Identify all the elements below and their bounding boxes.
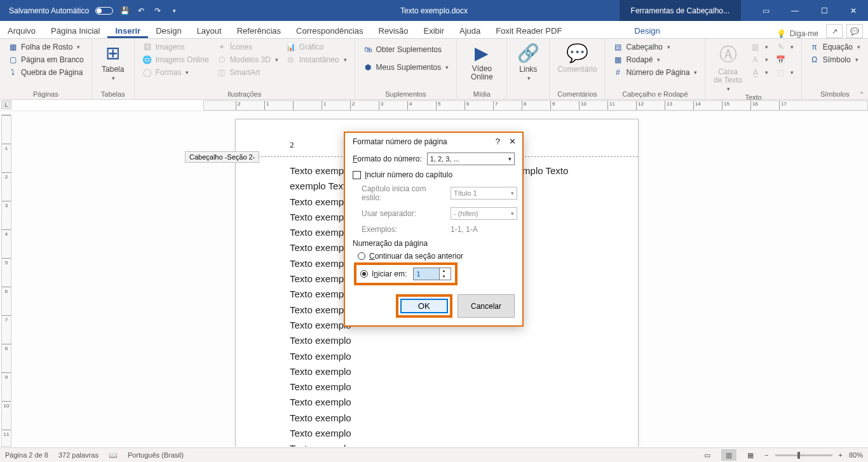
zoom-slider[interactable] — [775, 454, 832, 456]
ruler-area: L 21 1234 5678 9101112 13141516 17 — [0, 100, 868, 111]
pictures-button[interactable]: 🖼Imagens — [140, 41, 212, 53]
number-format-select[interactable]: 1, 2, 3, ... ▾ — [427, 153, 515, 165]
number-format-label: FFormato do número:ormato do número: — [353, 154, 422, 163]
3d-models-button[interactable]: ⬡Modelos 3D▾ — [214, 54, 281, 65]
maximize-icon[interactable]: ☐ — [810, 0, 839, 21]
equation-icon: π — [810, 42, 820, 52]
minimize-icon[interactable]: — — [780, 0, 810, 21]
tab-file[interactable]: Arquivo — [0, 26, 43, 38]
shapes-button[interactable]: ◯Formas▾ — [140, 67, 212, 78]
language-indicator[interactable]: Português (Brasil) — [128, 451, 184, 459]
autosave-toggle[interactable] — [95, 7, 113, 15]
vertical-ruler[interactable]: 123 4567 891011 1213 — [1, 114, 11, 447]
page-break-button[interactable]: ⤵Quebra de Página — [5, 67, 86, 78]
online-video-button[interactable]: ▶ Vídeo Online — [462, 41, 501, 83]
tab-references[interactable]: Referências — [229, 26, 288, 38]
tab-insert[interactable]: Inserir — [107, 26, 148, 38]
zoom-in-button[interactable]: + — [839, 451, 843, 459]
group-symbols-title: Símbolos — [807, 90, 863, 99]
zoom-out-button[interactable]: − — [764, 451, 768, 459]
cancel-button[interactable]: Cancelar — [458, 294, 515, 318]
group-addins: 🛍Obter Suplementos ⬢Meus Suplementos▾ Su… — [355, 39, 458, 99]
tab-view[interactable]: Exibir — [416, 26, 452, 38]
ribbon-tabs: Arquivo Página Inicial Inserir Design La… — [0, 21, 868, 39]
dialog-title-label: Formatar número de página — [353, 137, 447, 146]
dropcap-button[interactable]: A̲▾ — [748, 67, 771, 78]
focus-view-button[interactable]: ▭ — [700, 449, 715, 461]
include-chapter-checkbox[interactable]: Incluir número do capítulo — [353, 170, 515, 179]
online-pictures-button[interactable]: 🌐Imagens Online — [140, 54, 212, 65]
start-at-radio[interactable]: Iniciar em: — [360, 269, 407, 278]
get-addins-button[interactable]: 🛍Obter Suplementos — [360, 44, 452, 55]
qat-dropdown-icon[interactable]: ▾ — [169, 6, 179, 16]
context-tab-label[interactable]: Ferramentas de Cabeçalho... — [620, 0, 741, 21]
close-icon[interactable]: ✕ — [839, 0, 868, 21]
zoom-level[interactable]: 80% — [849, 451, 863, 459]
start-at-spinner[interactable]: ▲ ▼ — [413, 268, 451, 280]
ribbon: ▦Folha de Rosto▾ ▢Página em Branco ⤵Queb… — [0, 39, 868, 100]
undo-icon[interactable]: ↶ — [136, 6, 146, 16]
header-icon: ▤ — [613, 42, 623, 52]
quickparts-button[interactable]: ▥▾ — [748, 41, 771, 53]
blank-page-button[interactable]: ▢Página em Branco — [5, 54, 86, 65]
tell-me-search[interactable]: 💡 Diga-me — [776, 29, 818, 38]
page-icon: ▦ — [8, 42, 18, 52]
video-icon: ▶ — [475, 43, 489, 64]
header-section-tag: Cabeçalho -Seção 2- — [185, 151, 259, 163]
page-number-field[interactable]: 2 — [290, 140, 294, 149]
wordart-button[interactable]: A▾ — [748, 54, 771, 65]
datetime-button[interactable]: 📅 — [773, 54, 796, 65]
ruler-corner[interactable]: L — [1, 100, 11, 109]
page-indicator[interactable]: Página 2 de 8 — [5, 451, 48, 459]
continue-radio[interactable]: Continuar da seção anterior — [358, 252, 515, 261]
share-button[interactable]: ↗ — [826, 24, 843, 38]
comment-button[interactable]: 💬 Comentário — [555, 41, 599, 75]
start-at-input[interactable] — [414, 268, 439, 280]
page-number-button[interactable]: #Número de Página▾ — [610, 67, 700, 78]
tab-home[interactable]: Página Inicial — [43, 26, 107, 38]
smartart-button[interactable]: ◫SmartArt — [214, 67, 281, 78]
equation-button[interactable]: πEquação▾ — [807, 41, 863, 53]
group-tables: ⊞ Tabela▾ Tabelas — [92, 39, 135, 99]
word-count[interactable]: 372 palavras — [58, 451, 98, 459]
comments-pane-button[interactable]: 💬 — [846, 24, 863, 38]
save-icon[interactable]: 💾 — [119, 6, 130, 16]
object-button[interactable]: ⬚▾ — [773, 67, 796, 78]
redo-icon[interactable]: ↷ — [153, 6, 163, 16]
spinner-down-icon[interactable]: ▼ — [440, 274, 447, 280]
group-media-title: Mídia — [462, 90, 501, 99]
print-layout-button[interactable]: ▥ — [721, 449, 736, 461]
tab-help[interactable]: Ajuda — [452, 26, 488, 38]
ok-button[interactable]: OK — [400, 299, 448, 313]
separator-label: Usar separador: — [362, 209, 445, 218]
links-button[interactable]: 🔗 Links▾ — [512, 41, 544, 83]
proofing-icon[interactable]: 📖 — [109, 451, 118, 459]
dialog-close-icon[interactable]: ✕ — [509, 137, 516, 146]
web-layout-button[interactable]: ▦ — [743, 449, 758, 461]
chart-button[interactable]: 📊Gráfico — [283, 41, 349, 53]
screenshot-button[interactable]: ⧉Instantâneo▾ — [283, 54, 349, 65]
symbol-button[interactable]: ΩSímbolo▾ — [807, 54, 863, 65]
collapse-ribbon-icon[interactable]: ⌃ — [859, 91, 864, 98]
header-button[interactable]: ▤Cabeçalho▾ — [610, 41, 700, 53]
tab-review[interactable]: Revisão — [371, 26, 416, 38]
table-button[interactable]: ⊞ Tabela▾ — [97, 41, 129, 83]
icons-button[interactable]: ✦Ícones — [214, 41, 281, 53]
tab-design[interactable]: Design — [148, 26, 189, 38]
tab-layout[interactable]: Layout — [189, 26, 229, 38]
tab-mailings[interactable]: Correspondências — [288, 26, 371, 38]
my-addins-button[interactable]: ⬢Meus Suplementos▾ — [360, 62, 452, 73]
tab-context-design[interactable]: Design — [627, 26, 667, 38]
footer-button[interactable]: ▦Rodapé▾ — [610, 54, 700, 65]
textbox-button[interactable]: Ⓐ Caixa de Texto▾ — [710, 41, 745, 93]
cover-page-button[interactable]: ▦Folha de Rosto▾ — [5, 41, 86, 53]
symbol-icon: Ω — [810, 55, 820, 65]
checkbox-icon — [353, 171, 361, 179]
ribbon-options-icon[interactable]: ▭ — [751, 0, 780, 21]
spinner-up-icon[interactable]: ▲ — [440, 268, 447, 274]
tab-foxit[interactable]: Foxit Reader PDF — [488, 26, 569, 38]
dialog-help-icon[interactable]: ? — [496, 137, 500, 146]
horizontal-ruler[interactable]: 21 1234 5678 9101112 13141516 17 — [203, 100, 868, 111]
comment-icon: 💬 — [566, 43, 588, 64]
signature-button[interactable]: ✎▾ — [773, 41, 796, 53]
